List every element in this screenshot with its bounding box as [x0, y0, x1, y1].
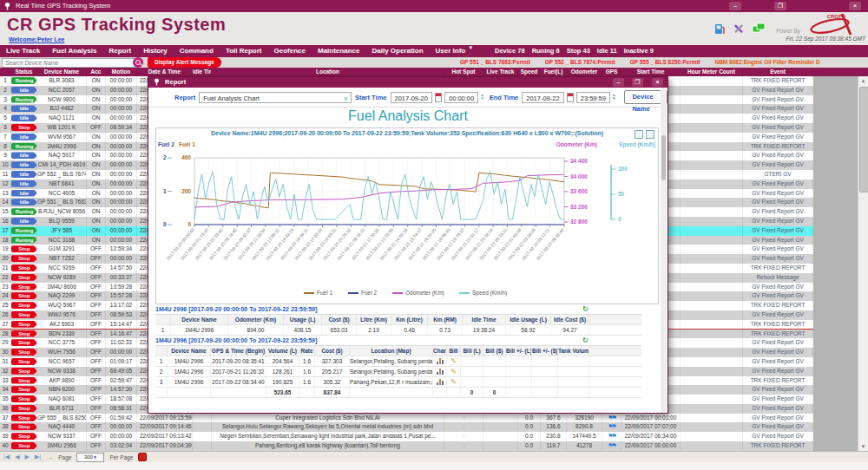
minimize-button[interactable]: –	[729, 2, 741, 10]
table-row[interactable]: 21M4U 29962017-09-21 11:26:32128.2611.62…	[155, 367, 641, 377]
table-row[interactable]: 40Stop1M4U 2966OFF03:02:0422/09/2017 09:…	[0, 441, 868, 451]
column-header-Acc: Acc	[87, 68, 106, 76]
motion-cell: 15:14:47	[106, 320, 137, 329]
start-date-field[interactable]: 2017-09-20	[391, 92, 432, 103]
cell	[483, 367, 506, 376]
svg-text:50: 50	[618, 191, 625, 197]
report-type-select[interactable]: Fuel Analysis Chart∨	[199, 92, 352, 103]
edit-pencil-icon[interactable]: ✎	[450, 357, 457, 365]
hotspot-icon[interactable]: ∷	[462, 424, 465, 429]
status-badge-runing: Runing	[11, 227, 37, 234]
next-page-button[interactable]: ▶	[25, 454, 30, 460]
end-date-field[interactable]: 2017-09-22	[522, 92, 563, 103]
hotspot-icon[interactable]: ∷	[462, 443, 465, 448]
calendar-icon[interactable]	[567, 93, 574, 102]
refresh-page-icon[interactable]	[138, 453, 147, 461]
table-row[interactable]: 11M4U 29962017-09-20 08:35:41204.5641.63…	[155, 356, 641, 367]
table-row[interactable]: 11M4U 2996894.00408.15653.032.190.460.73…	[155, 325, 641, 336]
maximize-button[interactable]: ❐	[774, 2, 786, 10]
svg-text:0: 0	[187, 221, 191, 227]
motion-cell: 00:00:00	[106, 160, 137, 170]
go-page-icon[interactable]: →	[46, 454, 53, 461]
print-icon[interactable]	[635, 130, 643, 139]
menu-item-toll-report[interactable]: Toll Report	[220, 45, 268, 57]
time-spinner[interactable]: ▲▼	[612, 94, 615, 101]
edit-pencil-icon[interactable]: ✎	[450, 378, 457, 386]
gps-flags-icon[interactable]: ⚑⚑	[608, 415, 615, 421]
scroll-down-icon[interactable]: ▼	[858, 442, 868, 451]
marquee-alert-item: GP 552 _ BLS 7674:Permit	[545, 57, 615, 68]
export-icon[interactable]	[646, 130, 654, 139]
acc-cell: ON	[87, 76, 106, 86]
svg-text:34 000: 34 000	[570, 173, 588, 180]
menu-item-fuel-analysis[interactable]: Fuel Analysis	[46, 45, 102, 57]
mini-chart-icon[interactable]	[437, 379, 444, 385]
grid-scrollbar[interactable]: ▲ ▼	[858, 76, 868, 451]
menu-item-history[interactable]: History	[137, 45, 174, 57]
status-badge: Stop	[11, 123, 37, 133]
dialog-maximize-button[interactable]: ❐	[632, 78, 643, 87]
row-index: 2	[0, 86, 11, 95]
scroll-up-icon[interactable]: ▲	[858, 76, 868, 85]
menu-item-maintenance[interactable]: Maintenance	[312, 45, 365, 57]
hotspot-icon[interactable]: ∷	[462, 415, 465, 421]
table-row[interactable]: 39StopNCW 9337OFF00:00:0022/09/2017 09:1…	[0, 432, 868, 441]
table-row[interactable]: 37StopGP 555 _ BLS 8250OFF01:59:4222/09/…	[0, 414, 868, 423]
scrollbar-thumb[interactable]	[661, 135, 666, 180]
start-time-field[interactable]: 00:00:00	[444, 92, 478, 103]
hotspot-icon[interactable]: ∷	[462, 434, 465, 439]
gps-flags-icon[interactable]: ⚑⚑	[608, 442, 615, 448]
status-badge: Stop	[11, 395, 37, 404]
welcome-user-link[interactable]: Welcome:Peter Lee	[9, 36, 64, 42]
prev-page-button[interactable]: ◀	[15, 454, 19, 460]
status-badge: Stop	[11, 320, 37, 329]
col-Tank Volume (%): Tank Volume (%)	[558, 346, 589, 356]
page-size-select[interactable]: 300▼	[76, 453, 104, 462]
refresh-icon[interactable]: ↻	[582, 336, 589, 345]
dialog-minimize-button[interactable]: –	[613, 78, 624, 87]
acc-cell: OFF	[87, 123, 106, 133]
time-spinner[interactable]: ▲▼	[480, 94, 483, 101]
menu-item-user-info[interactable]: User Info	[430, 45, 472, 57]
menu-item-report[interactable]: Report	[102, 45, 137, 57]
motion-cell: 00:33:37	[106, 273, 137, 283]
first-page-button[interactable]: |◀	[3, 454, 10, 460]
display-alert-button[interactable]: Display Alert Message	[148, 57, 221, 68]
last-page-button[interactable]: ▶|	[35, 454, 41, 460]
fuel-pump-icon[interactable]	[713, 23, 726, 38]
col-index	[155, 346, 168, 356]
event-cell: GV Fixed Report GV	[743, 114, 813, 123]
scrollbar-thumb[interactable]	[859, 87, 868, 193]
search-input[interactable]	[2, 58, 135, 68]
monitors-icon[interactable]	[752, 23, 766, 38]
dialog-close-button[interactable]: ×	[652, 78, 663, 87]
app-header: CR GPS Tracking System Welcome:Peter Lee…	[0, 12, 868, 45]
tools-icon[interactable]	[733, 23, 745, 38]
location-cell: Pahang,Bentong,e8 karak highway (kuantan…	[212, 441, 444, 451]
calendar-icon[interactable]	[435, 93, 442, 102]
close-button[interactable]: ×	[849, 2, 861, 10]
menu-item-live-track[interactable]: Live Track	[0, 45, 46, 57]
event-cell: GV Fixed Report GV	[743, 217, 813, 226]
menu-item-command[interactable]: Command	[174, 45, 220, 57]
edit-pencil-icon[interactable]: ✎	[450, 368, 457, 375]
motion-cell: 12:59:34	[106, 245, 137, 254]
report-filter-bar: Report Fuel Analysis Chart∨ Start Time 2…	[148, 88, 667, 108]
table-row[interactable]: 31M4U 29962017-09-22 08:34:40190.8251.63…	[155, 377, 641, 388]
dialog-scrollbar[interactable]	[661, 88, 667, 413]
cell	[558, 367, 589, 376]
gps-flags-icon[interactable]: ⚑⚑	[608, 423, 615, 429]
gps-flags-icon[interactable]: ⚑⚑	[608, 433, 615, 439]
menu-item-daily-operation[interactable]: Daily Operation	[365, 45, 429, 57]
table-row[interactable]: 38StopNAQ 4440OFF00:00:0022/09/2017 09:1…	[0, 422, 868, 432]
end-time-field[interactable]: 23:59:59	[576, 92, 610, 103]
device-name-cell: 1M4U 2996	[37, 142, 87, 152]
mini-chart-icon[interactable]	[437, 358, 444, 364]
row-index: 23	[0, 283, 11, 292]
search-icon[interactable]	[133, 57, 143, 68]
menu-item-geofence[interactable]: Geofence	[268, 45, 312, 57]
mini-chart-icon[interactable]	[437, 369, 444, 375]
refresh-icon[interactable]: ↻	[582, 304, 589, 314]
device-name-cell: NCC 3188	[37, 236, 87, 245]
svg-text:Odometer (Km): Odometer (Km)	[556, 141, 597, 148]
